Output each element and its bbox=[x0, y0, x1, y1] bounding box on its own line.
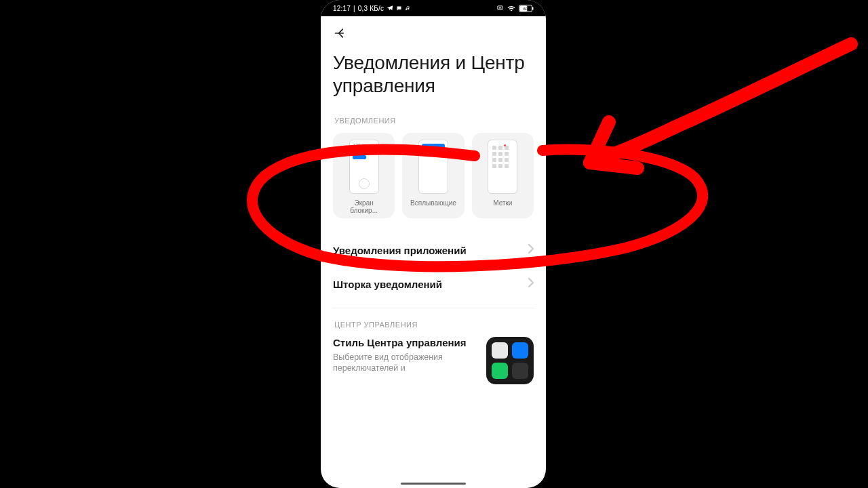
annotation-arrowhead-icon bbox=[590, 122, 637, 168]
tile-floating[interactable]: Всплывающие bbox=[402, 133, 464, 218]
item-control-center-style[interactable]: Стиль Центра управления Выберите вид ото… bbox=[333, 337, 534, 384]
divider bbox=[332, 308, 535, 308]
section-label-notifications: УВЕДОМЛЕНИЯ bbox=[334, 117, 534, 125]
status-time: 12:17 bbox=[333, 5, 351, 12]
svg-text:60: 60 bbox=[524, 7, 528, 11]
battery-icon: 60 bbox=[519, 5, 534, 12]
control-center-style-thumbnail-icon bbox=[486, 337, 534, 384]
tile-floating-label: Всплывающие bbox=[410, 199, 456, 207]
chevron-right-icon bbox=[528, 278, 534, 290]
cc-style-desc: Выберите вид отображения переключателей … bbox=[333, 352, 478, 373]
status-separator: | bbox=[353, 5, 355, 12]
page-title: Уведомления и Центр управления bbox=[333, 52, 534, 98]
music-note-icon bbox=[405, 5, 411, 12]
status-net-speed: 0,3 КБ/с bbox=[358, 5, 384, 12]
status-bar: 12:17 | 0,3 КБ/с 60 bbox=[321, 0, 546, 16]
tile-lockscreen-label: Экран блокир... bbox=[350, 199, 378, 214]
svg-rect-2 bbox=[532, 7, 534, 9]
telegram-icon bbox=[387, 5, 393, 12]
item-app-notifications-label: Уведомления приложений bbox=[333, 245, 467, 256]
tile-badges-label: Метки bbox=[493, 199, 512, 207]
tile-lockscreen[interactable]: 2:36 Экран блокир... bbox=[333, 133, 395, 218]
chat-icon bbox=[396, 5, 402, 12]
annotation-arrow-icon bbox=[590, 44, 851, 163]
chevron-right-icon bbox=[528, 244, 534, 256]
item-app-notifications[interactable]: Уведомления приложений bbox=[333, 233, 534, 267]
floating-preview-icon bbox=[418, 140, 448, 194]
cc-style-title: Стиль Центра управления bbox=[333, 337, 478, 349]
item-notification-shade[interactable]: Шторка уведомлений bbox=[333, 267, 534, 301]
notification-style-tiles: 2:36 Экран блокир... Всплывающие bbox=[333, 133, 534, 218]
wifi-icon bbox=[507, 5, 515, 12]
tile-badges[interactable]: Метки bbox=[472, 133, 534, 218]
badges-preview-icon bbox=[488, 140, 517, 194]
lockscreen-preview-icon: 2:36 bbox=[349, 140, 379, 194]
section-label-control-center: ЦЕНТР УПРАВЛЕНИЯ bbox=[334, 321, 534, 329]
item-notification-shade-label: Шторка уведомлений bbox=[333, 279, 442, 290]
home-indicator[interactable] bbox=[401, 483, 466, 485]
back-button[interactable] bbox=[333, 26, 348, 41]
phone-screen: 12:17 | 0,3 КБ/с 60 bbox=[321, 0, 546, 488]
no-sim-icon bbox=[496, 5, 504, 12]
